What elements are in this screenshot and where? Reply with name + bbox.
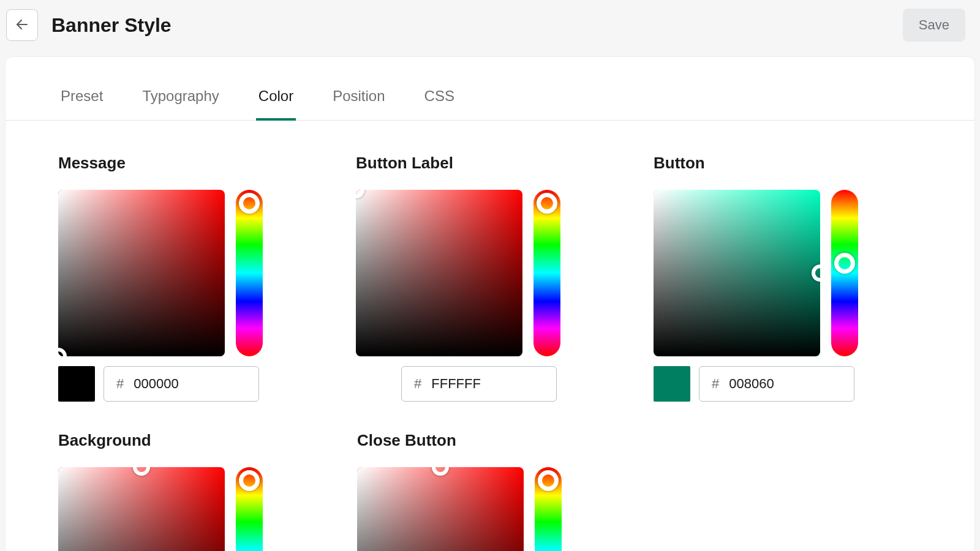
tab-css[interactable]: CSS: [422, 79, 457, 121]
page-header: Banner Style Save: [0, 0, 980, 50]
hue-thumb[interactable]: [538, 470, 559, 491]
hue-slider[interactable]: [831, 190, 858, 356]
hash-label: #: [116, 376, 124, 392]
color-swatch: [654, 366, 690, 402]
save-button[interactable]: Save: [903, 9, 965, 42]
tab-position[interactable]: Position: [330, 79, 387, 121]
saturation-value-panel[interactable]: [654, 190, 820, 356]
page-title: Banner Style: [51, 14, 889, 37]
picker-title: Close Button: [357, 431, 627, 450]
hex-value: FFFFFF: [431, 376, 481, 392]
hex-input[interactable]: #000000: [104, 366, 259, 402]
hue-slider[interactable]: [535, 467, 562, 551]
hue-thumb[interactable]: [537, 193, 557, 214]
saturation-value-panel[interactable]: [58, 190, 225, 356]
hex-input[interactable]: #008060: [699, 366, 854, 402]
picker-button-label: Button Label#FFFFFF: [356, 154, 624, 402]
saturation-value-panel[interactable]: [58, 467, 225, 551]
hue-slider[interactable]: [236, 467, 263, 551]
tab-panel-color: Message#000000 Button Label#FFFFFF Butto…: [6, 121, 974, 551]
picker-close-button: Close Button: [357, 431, 627, 551]
hash-label: #: [414, 376, 421, 392]
back-button[interactable]: [6, 9, 38, 41]
picker-background: Background: [58, 431, 328, 551]
tab-preset[interactable]: Preset: [58, 79, 105, 121]
picker-button: Button#008060: [654, 154, 922, 402]
hue-thumb[interactable]: [239, 193, 260, 214]
settings-card: Preset Typography Color Position CSS Mes…: [5, 56, 975, 551]
saturation-value-panel[interactable]: [357, 467, 524, 551]
picker-message: Message#000000: [58, 154, 326, 402]
hue-thumb[interactable]: [239, 470, 260, 491]
hue-thumb[interactable]: [834, 253, 855, 274]
hex-input[interactable]: #FFFFFF: [401, 366, 557, 402]
saturation-value-panel[interactable]: [356, 190, 522, 356]
tab-color[interactable]: Color: [256, 79, 296, 121]
picker-title: Button Label: [356, 154, 624, 173]
tab-typography[interactable]: Typography: [140, 79, 221, 121]
picker-title: Message: [58, 154, 326, 173]
color-swatch: [58, 366, 95, 402]
hex-value: 008060: [729, 376, 774, 392]
picker-title: Button: [654, 154, 922, 173]
hue-slider[interactable]: [533, 190, 560, 356]
hash-label: #: [712, 376, 719, 392]
hue-slider[interactable]: [236, 190, 263, 356]
picker-title: Background: [58, 431, 328, 450]
hex-value: 000000: [134, 376, 178, 392]
arrow-left-icon: [15, 17, 29, 34]
tabs: Preset Typography Color Position CSS: [6, 79, 974, 121]
